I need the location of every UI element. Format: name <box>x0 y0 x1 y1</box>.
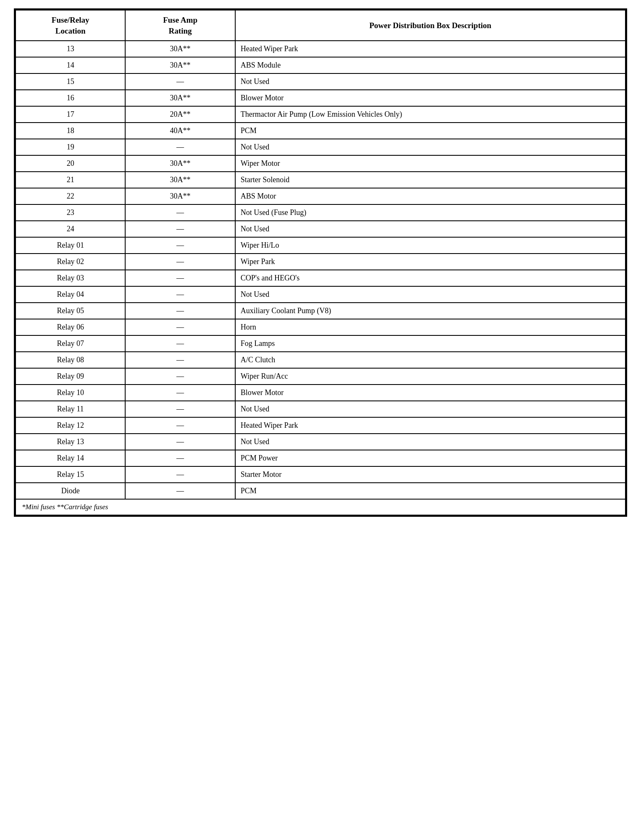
table-footer-row: *Mini fuses **Cartridge fuses <box>16 499 625 515</box>
cell-description: Wiper Run/Acc <box>235 368 625 385</box>
cell-location: Relay 12 <box>16 417 125 434</box>
cell-description: ABS Module <box>235 57 625 73</box>
cell-description: Not Used <box>235 73 625 90</box>
table-row: 1630A**Blower Motor <box>16 90 625 106</box>
header-description: Power Distribution Box Description <box>235 10 625 41</box>
cell-location: 19 <box>16 139 125 155</box>
cell-rating: — <box>125 319 235 335</box>
table-row: 2230A**ABS Motor <box>16 188 625 204</box>
cell-rating: — <box>125 221 235 237</box>
table-row: 1840A**PCM <box>16 123 625 139</box>
cell-location: Relay 08 <box>16 352 125 368</box>
cell-description: Blower Motor <box>235 385 625 401</box>
table-row: 24—Not Used <box>16 221 625 237</box>
cell-description: Starter Motor <box>235 466 625 483</box>
cell-location: Diode <box>16 483 125 499</box>
table-row: Relay 02—Wiper Park <box>16 254 625 270</box>
cell-location: 16 <box>16 90 125 106</box>
cell-description: A/C Clutch <box>235 352 625 368</box>
cell-location: 23 <box>16 204 125 221</box>
table-row: Relay 03—COP's and HEGO's <box>16 270 625 286</box>
table-row: 1720A**Thermactor Air Pump (Low Emission… <box>16 106 625 123</box>
table-row: Relay 15—Starter Motor <box>16 466 625 483</box>
cell-description: Blower Motor <box>235 90 625 106</box>
cell-description: Not Used <box>235 286 625 303</box>
cell-description: Wiper Hi/Lo <box>235 237 625 254</box>
cell-location: Relay 02 <box>16 254 125 270</box>
cell-description: Wiper Motor <box>235 155 625 172</box>
cell-location: 13 <box>16 41 125 57</box>
table-row: Relay 11—Not Used <box>16 401 625 417</box>
table-footer-text: *Mini fuses **Cartridge fuses <box>16 499 625 515</box>
cell-rating: — <box>125 450 235 466</box>
cell-rating: — <box>125 401 235 417</box>
cell-location: Relay 07 <box>16 335 125 352</box>
cell-rating: 30A** <box>125 90 235 106</box>
table-row: Relay 01—Wiper Hi/Lo <box>16 237 625 254</box>
table-row: Diode—PCM <box>16 483 625 499</box>
table-row: Relay 12—Heated Wiper Park <box>16 417 625 434</box>
cell-rating: — <box>125 270 235 286</box>
fuse-table-wrapper: Fuse/RelayLocation Fuse AmpRating Power … <box>14 8 627 517</box>
table-row: Relay 13—Not Used <box>16 434 625 450</box>
cell-description: Not Used (Fuse Plug) <box>235 204 625 221</box>
table-row: 1330A**Heated Wiper Park <box>16 41 625 57</box>
cell-rating: — <box>125 417 235 434</box>
cell-rating: — <box>125 368 235 385</box>
cell-rating: — <box>125 335 235 352</box>
cell-description: Not Used <box>235 139 625 155</box>
cell-description: COP's and HEGO's <box>235 270 625 286</box>
cell-location: Relay 05 <box>16 303 125 319</box>
header-rating: Fuse AmpRating <box>125 10 235 41</box>
table-row: 19—Not Used <box>16 139 625 155</box>
cell-location: 14 <box>16 57 125 73</box>
cell-rating: — <box>125 254 235 270</box>
cell-description: Auxiliary Coolant Pump (V8) <box>235 303 625 319</box>
header-location: Fuse/RelayLocation <box>16 10 125 41</box>
cell-rating: 30A** <box>125 155 235 172</box>
cell-location: 15 <box>16 73 125 90</box>
cell-rating: — <box>125 434 235 450</box>
cell-description: Not Used <box>235 221 625 237</box>
cell-location: Relay 10 <box>16 385 125 401</box>
table-row: Relay 14—PCM Power <box>16 450 625 466</box>
cell-location: Relay 09 <box>16 368 125 385</box>
table-row: Relay 04—Not Used <box>16 286 625 303</box>
cell-rating: — <box>125 303 235 319</box>
cell-location: Relay 01 <box>16 237 125 254</box>
table-header-row: Fuse/RelayLocation Fuse AmpRating Power … <box>16 10 625 41</box>
cell-description: Wiper Park <box>235 254 625 270</box>
cell-description: Fog Lamps <box>235 335 625 352</box>
cell-rating: — <box>125 73 235 90</box>
table-row: Relay 09—Wiper Run/Acc <box>16 368 625 385</box>
cell-rating: 30A** <box>125 188 235 204</box>
cell-rating: — <box>125 204 235 221</box>
cell-rating: — <box>125 139 235 155</box>
table-row: 2130A**Starter Solenoid <box>16 172 625 188</box>
cell-location: 22 <box>16 188 125 204</box>
cell-description: Horn <box>235 319 625 335</box>
table-row: 23—Not Used (Fuse Plug) <box>16 204 625 221</box>
cell-location: 24 <box>16 221 125 237</box>
table-row: Relay 07—Fog Lamps <box>16 335 625 352</box>
table-row: Relay 08—A/C Clutch <box>16 352 625 368</box>
fuse-table: Fuse/RelayLocation Fuse AmpRating Power … <box>15 10 626 516</box>
cell-description: PCM Power <box>235 450 625 466</box>
cell-rating: 20A** <box>125 106 235 123</box>
cell-description: Heated Wiper Park <box>235 417 625 434</box>
cell-rating: — <box>125 237 235 254</box>
cell-location: Relay 14 <box>16 450 125 466</box>
cell-rating: 40A** <box>125 123 235 139</box>
cell-location: 21 <box>16 172 125 188</box>
table-row: 1430A**ABS Module <box>16 57 625 73</box>
table-row: 2030A**Wiper Motor <box>16 155 625 172</box>
cell-rating: — <box>125 352 235 368</box>
cell-location: Relay 04 <box>16 286 125 303</box>
table-row: Relay 10—Blower Motor <box>16 385 625 401</box>
cell-location: 17 <box>16 106 125 123</box>
cell-location: Relay 11 <box>16 401 125 417</box>
cell-description: PCM <box>235 483 625 499</box>
cell-description: Not Used <box>235 401 625 417</box>
table-row: 15—Not Used <box>16 73 625 90</box>
cell-rating: — <box>125 385 235 401</box>
